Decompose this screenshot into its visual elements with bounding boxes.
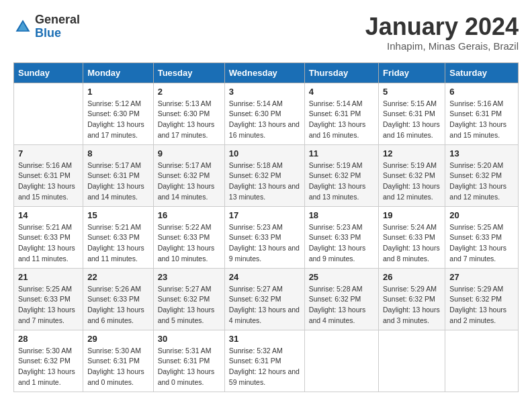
title-block: January 2024 Inhapim, Minas Gerais, Braz… — [365, 13, 519, 52]
calendar-cell: 28Sunrise: 5:30 AMSunset: 6:32 PMDayligh… — [14, 330, 83, 392]
weekday-header: Sunday — [14, 62, 83, 83]
day-number: 21 — [18, 272, 79, 282]
calendar-week-row: 14Sunrise: 5:21 AMSunset: 6:33 PMDayligh… — [14, 206, 519, 268]
calendar-week-row: 7Sunrise: 5:16 AMSunset: 6:31 PMDaylight… — [14, 144, 519, 206]
calendar-cell: 27Sunrise: 5:29 AMSunset: 6:32 PMDayligh… — [445, 268, 519, 330]
calendar-cell: 31Sunrise: 5:32 AMSunset: 6:31 PMDayligh… — [224, 330, 304, 392]
day-number: 8 — [87, 148, 149, 158]
weekday-header: Friday — [379, 62, 445, 83]
calendar-cell: 22Sunrise: 5:26 AMSunset: 6:33 PMDayligh… — [83, 268, 154, 330]
calendar-cell: 24Sunrise: 5:27 AMSunset: 6:32 PMDayligh… — [224, 268, 304, 330]
day-number: 15 — [87, 210, 149, 220]
day-number: 2 — [158, 87, 220, 97]
day-info: Sunrise: 5:19 AMSunset: 6:32 PMDaylight:… — [309, 161, 374, 203]
calendar-cell: 21Sunrise: 5:25 AMSunset: 6:33 PMDayligh… — [14, 268, 83, 330]
calendar-cell: 17Sunrise: 5:23 AMSunset: 6:33 PMDayligh… — [224, 206, 304, 268]
calendar-cell: 2Sunrise: 5:13 AMSunset: 6:30 PMDaylight… — [153, 83, 224, 144]
calendar-cell — [379, 330, 445, 392]
calendar-cell: 30Sunrise: 5:31 AMSunset: 6:31 PMDayligh… — [153, 330, 224, 392]
day-number: 23 — [158, 272, 220, 282]
day-number: 27 — [449, 272, 514, 282]
day-number: 26 — [383, 272, 441, 282]
day-number: 24 — [229, 272, 300, 282]
calendar-week-row: 28Sunrise: 5:30 AMSunset: 6:32 PMDayligh… — [14, 330, 519, 392]
calendar-cell: 9Sunrise: 5:17 AMSunset: 6:32 PMDaylight… — [153, 144, 224, 206]
day-info: Sunrise: 5:22 AMSunset: 6:33 PMDaylight:… — [158, 222, 220, 265]
day-number: 22 — [87, 272, 149, 282]
logo: General Blue — [13, 13, 80, 40]
day-info: Sunrise: 5:24 AMSunset: 6:33 PMDaylight:… — [383, 222, 441, 265]
weekday-header-row: SundayMondayTuesdayWednesdayThursdayFrid… — [14, 62, 519, 83]
calendar-cell: 23Sunrise: 5:27 AMSunset: 6:32 PMDayligh… — [153, 268, 224, 330]
calendar-table: SundayMondayTuesdayWednesdayThursdayFrid… — [13, 62, 519, 392]
subtitle: Inhapim, Minas Gerais, Brazil — [365, 40, 519, 52]
weekday-header: Thursday — [304, 62, 378, 83]
calendar-cell: 11Sunrise: 5:19 AMSunset: 6:32 PMDayligh… — [304, 144, 378, 206]
day-info: Sunrise: 5:13 AMSunset: 6:30 PMDaylight:… — [158, 99, 220, 141]
calendar-cell: 19Sunrise: 5:24 AMSunset: 6:33 PMDayligh… — [379, 206, 445, 268]
logo-blue: Blue — [35, 27, 80, 40]
day-info: Sunrise: 5:23 AMSunset: 6:33 PMDaylight:… — [229, 222, 300, 265]
calendar-cell: 16Sunrise: 5:22 AMSunset: 6:33 PMDayligh… — [153, 206, 224, 268]
day-info: Sunrise: 5:32 AMSunset: 6:31 PMDaylight:… — [229, 346, 300, 388]
day-info: Sunrise: 5:15 AMSunset: 6:31 PMDaylight:… — [383, 99, 441, 141]
day-info: Sunrise: 5:14 AMSunset: 6:30 PMDaylight:… — [229, 99, 300, 141]
logo-icon — [13, 17, 32, 36]
calendar-cell: 15Sunrise: 5:21 AMSunset: 6:33 PMDayligh… — [83, 206, 154, 268]
day-info: Sunrise: 5:16 AMSunset: 6:31 PMDaylight:… — [18, 161, 79, 203]
day-info: Sunrise: 5:30 AMSunset: 6:31 PMDaylight:… — [87, 346, 149, 388]
day-number: 13 — [449, 148, 514, 158]
calendar-cell: 26Sunrise: 5:29 AMSunset: 6:32 PMDayligh… — [379, 268, 445, 330]
day-number: 16 — [158, 210, 220, 220]
weekday-header: Saturday — [445, 62, 519, 83]
day-info: Sunrise: 5:25 AMSunset: 6:33 PMDaylight:… — [449, 222, 514, 265]
day-number: 9 — [158, 148, 220, 158]
day-info: Sunrise: 5:25 AMSunset: 6:33 PMDaylight:… — [18, 284, 79, 326]
logo-general: General — [35, 13, 80, 27]
calendar-cell: 8Sunrise: 5:17 AMSunset: 6:31 PMDaylight… — [83, 144, 154, 206]
day-number: 14 — [18, 210, 79, 220]
day-number: 25 — [309, 272, 374, 282]
logo-text: General Blue — [35, 13, 80, 40]
calendar-cell: 14Sunrise: 5:21 AMSunset: 6:33 PMDayligh… — [14, 206, 83, 268]
day-info: Sunrise: 5:12 AMSunset: 6:30 PMDaylight:… — [87, 99, 149, 141]
day-info: Sunrise: 5:18 AMSunset: 6:32 PMDaylight:… — [229, 161, 300, 203]
day-info: Sunrise: 5:21 AMSunset: 6:33 PMDaylight:… — [18, 222, 79, 265]
day-info: Sunrise: 5:20 AMSunset: 6:32 PMDaylight:… — [449, 161, 514, 203]
weekday-header: Tuesday — [153, 62, 224, 83]
day-number: 12 — [383, 148, 441, 158]
calendar-week-row: 21Sunrise: 5:25 AMSunset: 6:33 PMDayligh… — [14, 268, 519, 330]
calendar-cell: 20Sunrise: 5:25 AMSunset: 6:33 PMDayligh… — [445, 206, 519, 268]
calendar-cell: 25Sunrise: 5:28 AMSunset: 6:32 PMDayligh… — [304, 268, 378, 330]
calendar-cell: 6Sunrise: 5:16 AMSunset: 6:31 PMDaylight… — [445, 83, 519, 144]
day-info: Sunrise: 5:14 AMSunset: 6:31 PMDaylight:… — [309, 99, 374, 141]
day-info: Sunrise: 5:17 AMSunset: 6:32 PMDaylight:… — [158, 161, 220, 203]
day-number: 29 — [87, 334, 149, 344]
calendar-cell — [14, 83, 83, 144]
calendar-cell: 1Sunrise: 5:12 AMSunset: 6:30 PMDaylight… — [83, 83, 154, 144]
day-info: Sunrise: 5:21 AMSunset: 6:33 PMDaylight:… — [87, 222, 149, 265]
day-number: 1 — [87, 87, 149, 97]
day-info: Sunrise: 5:26 AMSunset: 6:33 PMDaylight:… — [87, 284, 149, 326]
day-info: Sunrise: 5:23 AMSunset: 6:33 PMDaylight:… — [309, 222, 374, 265]
day-info: Sunrise: 5:30 AMSunset: 6:32 PMDaylight:… — [18, 346, 79, 388]
calendar-cell: 29Sunrise: 5:30 AMSunset: 6:31 PMDayligh… — [83, 330, 154, 392]
calendar-cell — [445, 330, 519, 392]
page-header: General Blue January 2024 Inhapim, Minas… — [13, 13, 519, 52]
day-info: Sunrise: 5:16 AMSunset: 6:31 PMDaylight:… — [449, 99, 514, 141]
calendar-week-row: 1Sunrise: 5:12 AMSunset: 6:30 PMDaylight… — [14, 83, 519, 144]
day-number: 5 — [383, 87, 441, 97]
calendar-cell: 7Sunrise: 5:16 AMSunset: 6:31 PMDaylight… — [14, 144, 83, 206]
calendar-cell — [304, 330, 378, 392]
day-number: 19 — [383, 210, 441, 220]
day-info: Sunrise: 5:29 AMSunset: 6:32 PMDaylight:… — [449, 284, 514, 326]
day-info: Sunrise: 5:19 AMSunset: 6:32 PMDaylight:… — [383, 161, 441, 203]
day-number: 28 — [18, 334, 79, 344]
calendar-cell: 10Sunrise: 5:18 AMSunset: 6:32 PMDayligh… — [224, 144, 304, 206]
weekday-header: Wednesday — [224, 62, 304, 83]
calendar-cell: 12Sunrise: 5:19 AMSunset: 6:32 PMDayligh… — [379, 144, 445, 206]
calendar-cell: 5Sunrise: 5:15 AMSunset: 6:31 PMDaylight… — [379, 83, 445, 144]
day-info: Sunrise: 5:29 AMSunset: 6:32 PMDaylight:… — [383, 284, 441, 326]
calendar-cell: 4Sunrise: 5:14 AMSunset: 6:31 PMDaylight… — [304, 83, 378, 144]
day-number: 31 — [229, 334, 300, 344]
